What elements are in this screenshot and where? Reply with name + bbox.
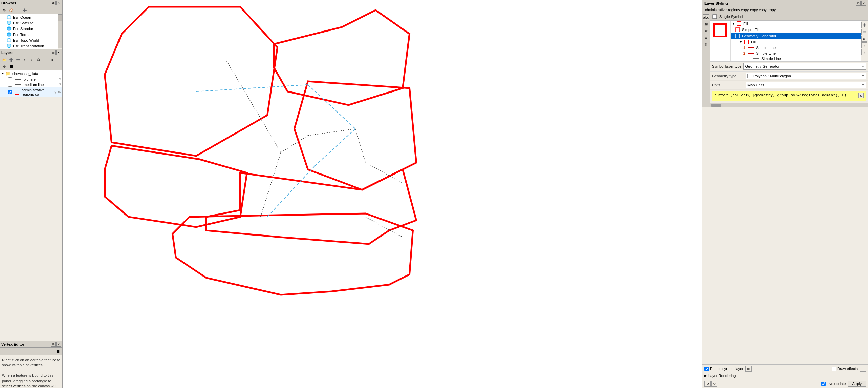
tree-remove-btn[interactable]: ➖ bbox=[861, 29, 867, 35]
enable-symbol-checkbox[interactable] bbox=[704, 367, 709, 371]
browser-item[interactable]: 🌐Esri Topo World bbox=[0, 37, 58, 43]
layers-down-btn[interactable]: ↓ bbox=[28, 57, 35, 63]
layer-edit-btn[interactable]: ✏ bbox=[58, 90, 61, 95]
layer-styling-close-btn[interactable]: ✕ bbox=[861, 1, 866, 6]
geometry-type-dropdown[interactable]: Polygon / MultiPolygon ▼ bbox=[746, 73, 866, 79]
browser-item[interactable]: 🌐Esri Ocean bbox=[0, 14, 58, 20]
symbol-layer-type-dropdown[interactable]: Geometry Generator ▼ bbox=[743, 63, 866, 70]
layer-question-btn[interactable]: ? bbox=[54, 90, 56, 94]
side-tab-area: abc ⊞ ✏ ≡ ⚙ Single Symbol bbox=[702, 13, 868, 107]
h-scrollbar[interactable] bbox=[710, 103, 868, 107]
layers-open-btn[interactable]: 📂 bbox=[1, 57, 7, 63]
layers-filter-btn[interactable]: ⏣ bbox=[35, 57, 41, 63]
tab-list-btn[interactable]: ≡ bbox=[703, 35, 709, 41]
tree-row-fill[interactable]: ▼ Fill bbox=[731, 21, 861, 27]
tree-row-simple-fill[interactable]: Simple Fill bbox=[731, 27, 861, 33]
layer-visibility-checkbox[interactable] bbox=[8, 77, 12, 81]
tab-grid-btn[interactable]: ⊞ bbox=[703, 21, 709, 27]
vertex-content: Right click on an editable feature to sh… bbox=[0, 355, 62, 388]
symbol-tree-container: ▼ Fill Simple Fill bbox=[710, 21, 868, 62]
tree-sub-arrow: ▼ bbox=[739, 40, 742, 44]
tree-simple-line-1-label: Simple Line bbox=[756, 46, 776, 50]
live-update-checkbox[interactable] bbox=[821, 382, 826, 386]
layer-styling-float-btn[interactable]: ⧉ bbox=[856, 1, 861, 6]
apply-button[interactable]: Apply bbox=[848, 381, 866, 387]
tree-add-btn[interactable]: ➕ bbox=[861, 22, 867, 28]
draw-effects-checkbox[interactable] bbox=[832, 367, 836, 371]
expression-text: buffer (collect( $geometry, group_by:="r… bbox=[714, 93, 858, 97]
tree-up-btn[interactable]: ↑ bbox=[861, 42, 867, 48]
undo-btn[interactable]: ↺ bbox=[704, 381, 711, 387]
vertex-float-btn[interactable]: ⧉ bbox=[51, 342, 56, 347]
layer-line-icon bbox=[15, 79, 21, 80]
tree-duplicate-btn[interactable]: ⊞ bbox=[861, 36, 867, 42]
browser-item[interactable]: 🌐Esri Satellite bbox=[0, 20, 58, 26]
tab-gear-btn[interactable]: ⚙ bbox=[703, 41, 709, 47]
properties-section: Symbol layer type Geometry Generator ▼ G… bbox=[710, 62, 868, 103]
tree-row-simple-line-1[interactable]: 1 Simple Line bbox=[731, 45, 861, 50]
layer-visibility-checkbox[interactable] bbox=[8, 90, 12, 94]
line-icon-1 bbox=[748, 47, 754, 48]
layer-name: administrative regions co bbox=[22, 88, 53, 96]
layers-float-btn[interactable]: ⧉ bbox=[51, 50, 56, 55]
tab-edit-btn[interactable]: ✏ bbox=[703, 28, 709, 34]
vertex-close-btn[interactable]: ✕ bbox=[56, 342, 61, 347]
tree-line-num-2: 2 bbox=[743, 52, 745, 55]
vertex-toolbar: ☰ bbox=[0, 348, 62, 355]
browser-refresh-btn[interactable]: ⟳ bbox=[1, 7, 7, 13]
tree-row-simple-line-sub[interactable]: ··· Simple Line bbox=[731, 56, 861, 61]
browser-up-btn[interactable]: ↑ bbox=[15, 7, 21, 13]
browser-close-btn[interactable]: ✕ bbox=[56, 1, 61, 5]
browser-float-btn[interactable]: ⧉ bbox=[51, 1, 56, 5]
layer-rendering-row[interactable]: ▶ Layer Rendering bbox=[702, 373, 868, 379]
layer-question-btn[interactable]: ? bbox=[59, 77, 61, 81]
layer-name: medium line bbox=[24, 83, 58, 87]
browser-add-btn[interactable]: ➕ bbox=[22, 7, 28, 13]
layer-tab-bar: administrative regions copy copy copy co… bbox=[702, 7, 868, 13]
layer-styling-title-icons: ⧉ ✕ bbox=[856, 1, 866, 6]
vertex-menu-btn[interactable]: ☰ bbox=[55, 348, 61, 354]
browser-list: 🌐Esri Ocean 🌐Esri Satellite 🌐Esri Standa… bbox=[0, 14, 58, 49]
browser-item[interactable]: 🌐Esri Standard bbox=[0, 26, 58, 32]
layers-group-btn[interactable]: ⊞ bbox=[42, 57, 48, 63]
layers-close-btn[interactable]: ✕ bbox=[56, 50, 61, 55]
symbol-layer-type-value: Geometry Generator bbox=[745, 64, 779, 68]
layer-item[interactable]: medium line ? bbox=[0, 82, 62, 87]
line-icon-sub bbox=[753, 58, 759, 59]
layer-question-btn[interactable]: ? bbox=[59, 83, 61, 87]
layer-visibility-checkbox[interactable] bbox=[8, 83, 12, 87]
browser-item[interactable]: 🌐Esri Terrain bbox=[0, 32, 58, 37]
tree-row-fill-sub[interactable]: ▼ Fill bbox=[731, 39, 861, 45]
layer-group-item[interactable]: ▼ 📁 showcase_data bbox=[0, 70, 62, 77]
tree-row-simple-line-2[interactable]: 2 Simple Line bbox=[731, 50, 861, 56]
layers-remove-btn[interactable]: ➖ bbox=[15, 57, 21, 63]
map-area[interactable] bbox=[63, 0, 702, 388]
tab-abc-btn[interactable]: abc bbox=[703, 14, 709, 20]
layer-styling-title: Layer Styling bbox=[704, 1, 728, 5]
browser-home-btn[interactable]: 🏠 bbox=[8, 7, 14, 13]
browser-scrollbar[interactable] bbox=[58, 14, 62, 48]
expression-epsilon-btn[interactable]: ε bbox=[858, 93, 864, 98]
layers-expand-btn[interactable]: ⊕ bbox=[49, 57, 55, 63]
tree-row-geometry-generator[interactable]: Geometry Generator bbox=[731, 33, 861, 39]
layer-item[interactable]: administrative regions co ? ✏ bbox=[0, 87, 62, 97]
layers-settings-btn[interactable]: ☰ bbox=[8, 63, 14, 69]
tree-down-btn[interactable]: ↓ bbox=[861, 49, 867, 55]
browser-item[interactable]: 🌐Esri Transportation bbox=[0, 43, 58, 49]
units-dropdown[interactable]: Map Units ▼ bbox=[746, 82, 866, 88]
expression-box: buffer (collect( $geometry, group_by:="r… bbox=[712, 91, 866, 101]
layer-item[interactable]: big line ? bbox=[0, 77, 62, 82]
layers-up-btn[interactable]: ↑ bbox=[22, 57, 28, 63]
vertex-editor-panel-icons: ⧉ ✕ bbox=[51, 342, 61, 347]
units-arrow: ▼ bbox=[862, 84, 864, 87]
draw-effects-extra-btn[interactable]: ⊞ bbox=[860, 366, 866, 372]
layers-collapse-btn[interactable]: ⊖ bbox=[1, 63, 7, 69]
layer-line-icon bbox=[15, 84, 21, 85]
symbol-layer-type-label: Symbol layer type bbox=[712, 64, 741, 68]
layers-titlebar: Layers ⧉ ✕ bbox=[0, 49, 62, 56]
enable-symbol-extra-btn[interactable]: ⊞ bbox=[745, 366, 752, 372]
geometry-type-value: Polygon / MultiPolygon bbox=[753, 74, 791, 78]
redo-btn[interactable]: ↻ bbox=[711, 381, 717, 387]
layers-add-btn[interactable]: ➕ bbox=[8, 57, 14, 63]
h-scroll-thumb[interactable] bbox=[711, 104, 721, 107]
